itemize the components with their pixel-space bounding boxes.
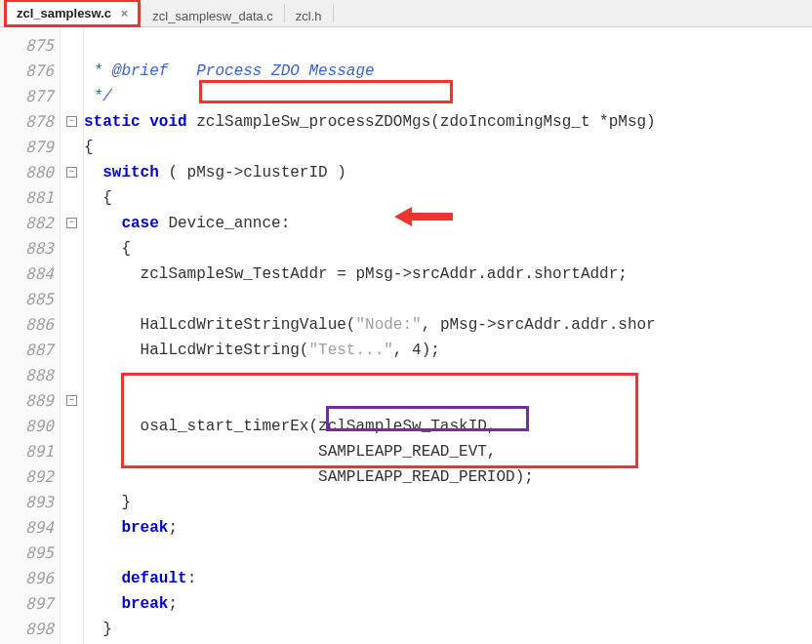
code-brace: { xyxy=(84,189,112,207)
code-text: ; xyxy=(168,595,178,613)
line-number: 896 xyxy=(0,566,54,591)
code-text: SAMPLEAPP_READ_EVT, xyxy=(84,443,496,461)
line-number: 881 xyxy=(0,185,54,211)
code-comment: * @brief Process ZDO Message xyxy=(84,62,375,80)
code-keyword: switch xyxy=(102,164,159,181)
annotation-redbox-function xyxy=(199,80,453,103)
code-brace: } xyxy=(84,621,112,638)
line-number: 895 xyxy=(0,541,54,566)
line-number: 883 xyxy=(0,236,54,262)
svg-marker-0 xyxy=(394,207,453,226)
code-keyword: case xyxy=(121,215,158,232)
code-text: osal_start_timerEx(zclSampleSw_TaskID, xyxy=(84,418,496,435)
code-area[interactable]: * @brief Process ZDO Message */ static v… xyxy=(84,27,812,644)
line-number: 898 xyxy=(0,617,54,642)
code-editor[interactable]: 8758768778788798808818828838848858868878… xyxy=(0,27,812,644)
line-number: 893 xyxy=(0,490,54,515)
line-number: 888 xyxy=(0,363,54,388)
tab-label: zcl_samplesw.c xyxy=(17,6,111,20)
line-number: 877 xyxy=(0,84,54,109)
fold-toggle-icon[interactable]: − xyxy=(66,167,77,178)
annotation-arrow-icon xyxy=(338,178,396,205)
line-number-gutter: 8758768778788798808818828838848858868878… xyxy=(0,27,61,644)
tab-active-file[interactable]: zcl_samplesw.c × xyxy=(4,0,141,27)
close-icon[interactable]: × xyxy=(121,6,129,20)
code-text: ( pMsg->clusterID ) xyxy=(159,164,346,181)
code-text: ; xyxy=(168,519,178,537)
line-number: 890 xyxy=(0,414,54,439)
tab-label: zcl.h xyxy=(296,9,322,23)
line-number: 889 xyxy=(0,388,54,414)
code-keyword: static void xyxy=(84,113,187,131)
code-text: Device_annce: xyxy=(159,215,290,232)
line-number: 892 xyxy=(0,464,54,490)
code-string: "Test..." xyxy=(308,342,392,359)
line-number: 884 xyxy=(0,262,54,287)
tab-label: zcl_samplesw_data.c xyxy=(152,9,273,23)
code-brace: } xyxy=(84,494,131,511)
fold-column: − − − − xyxy=(61,27,84,644)
line-number: 897 xyxy=(0,591,54,617)
line-number: 878 xyxy=(0,109,54,135)
code-text: HalLcdWriteStringValue( xyxy=(84,316,355,334)
code-string: "Node:" xyxy=(355,316,421,334)
tab-file-3[interactable]: zcl.h xyxy=(285,4,333,27)
line-number: 882 xyxy=(0,211,54,236)
line-number: 879 xyxy=(0,135,54,160)
line-number: 880 xyxy=(0,160,54,185)
code-keyword: break xyxy=(121,519,168,537)
code-text: HalLcdWriteString( xyxy=(84,342,308,359)
fold-toggle-icon[interactable]: − xyxy=(66,116,77,127)
line-number: 891 xyxy=(0,439,54,464)
code-text: SAMPLEAPP_READ_PERIOD); xyxy=(84,468,534,486)
line-number: 886 xyxy=(0,312,54,338)
code-brace: { xyxy=(84,240,131,258)
code-keyword: break xyxy=(121,595,168,613)
line-number: 876 xyxy=(0,59,54,84)
code-text: zclSampleSw_TestAddr = pMsg->srcAddr.add… xyxy=(84,265,628,283)
line-number: 894 xyxy=(0,515,54,541)
code-text: : xyxy=(187,570,197,587)
code-text: (zdoIncomingMsg_t *pMsg) xyxy=(430,113,655,131)
code-brace: { xyxy=(84,139,94,156)
line-number: 887 xyxy=(0,338,54,363)
tab-file-2[interactable]: zcl_samplesw_data.c xyxy=(142,4,284,27)
file-tab-bar: zcl_samplesw.c × zcl_samplesw_data.c zcl… xyxy=(0,0,812,27)
line-number: 875 xyxy=(0,33,54,59)
code-text: , pMsg->srcAddr.addr.shor xyxy=(422,316,656,334)
fold-toggle-icon[interactable]: − xyxy=(66,218,77,228)
fold-toggle-icon[interactable]: − xyxy=(66,395,77,406)
code-text: , 4); xyxy=(393,342,440,359)
line-number: 885 xyxy=(0,287,54,312)
code-function-name: zclSampleSw_processZDOMgs xyxy=(187,113,431,131)
code-keyword: default xyxy=(121,570,186,587)
code-comment: */ xyxy=(84,88,112,105)
